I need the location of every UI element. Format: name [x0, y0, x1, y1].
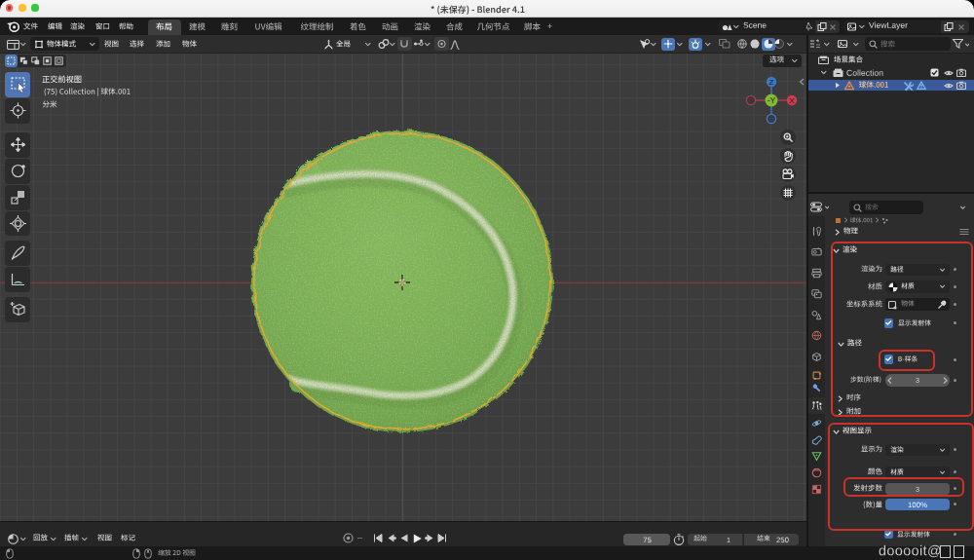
svg-text:X: X	[789, 96, 795, 105]
svg-text:-Y: -Y	[768, 95, 776, 105]
svg-text:Z: Z	[769, 78, 774, 87]
